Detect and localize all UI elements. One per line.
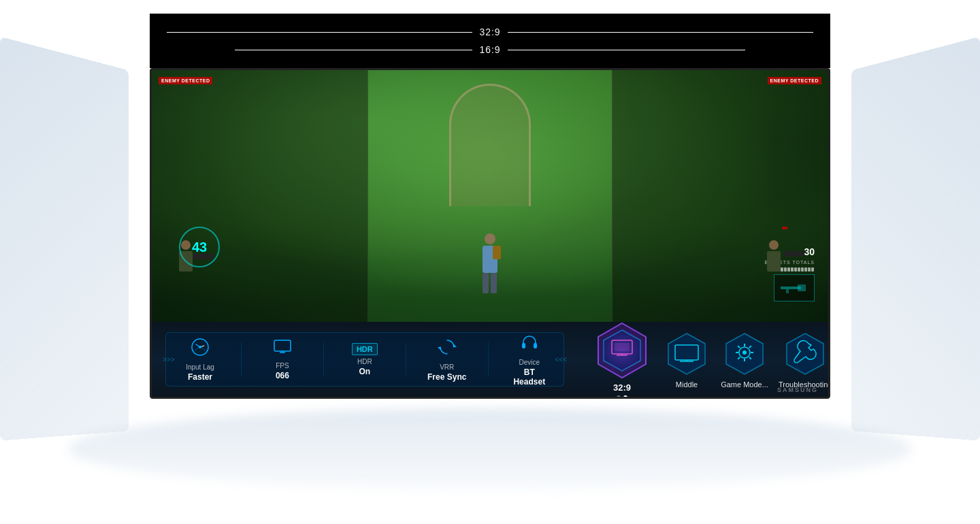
enemy-right — [760, 240, 787, 281]
tv-wrapper: 32:9 16:9 ENEMY DETECTED — [150, 14, 830, 399]
bullet-dot — [791, 267, 794, 272]
bullets-count: 30 — [804, 246, 815, 257]
hex-middle[interactable]: Middle — [663, 330, 710, 389]
hex-aspect-large — [591, 320, 653, 381]
svg-rect-10 — [522, 343, 525, 348]
hdr-badge: HDR — [352, 343, 378, 355]
ratio-labels-area: 32:9 16:9 — [150, 14, 830, 68]
game-hud-bar: Input Lag Faster FPS — [152, 322, 828, 397]
fps-value: 066 — [276, 371, 289, 380]
svg-rect-11 — [534, 343, 537, 348]
bullet-dot — [811, 267, 814, 272]
hex-game-mode-svg — [721, 330, 768, 378]
hud-top-right: ENEMY DETECTED — [768, 77, 821, 84]
screen-panel-right: ENEMY DETECTED 30 BULLETS TOTALS — [612, 70, 828, 322]
fps-number: 43 — [192, 240, 207, 255]
enemy-gun-right — [784, 251, 804, 257]
hex-troubleshooting[interactable]: Troubleshooting — [779, 330, 830, 389]
char-legs — [483, 273, 497, 293]
sep-1 — [241, 342, 242, 376]
svg-marker-18 — [668, 333, 705, 374]
line-right-16 — [508, 50, 745, 50]
hex-glow — [595, 323, 649, 378]
hdr-value: On — [359, 367, 370, 376]
enemy-detected-label-right: ENEMY DETECTED — [768, 77, 821, 84]
weapon-icon — [781, 281, 808, 295]
char-leg-left — [483, 273, 489, 293]
ratio-32-9-line: 32:9 — [167, 27, 813, 37]
svg-marker-8 — [454, 344, 457, 347]
bullet-dot — [798, 267, 800, 272]
ratio-32-9-label: 32:9 — [479, 27, 500, 37]
hex-dots — [617, 395, 627, 399]
hud-top-left: ENEMY DETECTED — [159, 77, 212, 84]
hex-middle-icon — [663, 330, 710, 378]
enemy-tag-right — [782, 227, 787, 229]
enemy-detected-label-left: ENEMY DETECTED — [159, 77, 212, 84]
sep-3 — [406, 342, 406, 376]
device-value: BT Headset — [509, 367, 550, 387]
ratio-16-9-label: 16:9 — [479, 44, 500, 55]
enemy-body-right — [767, 251, 781, 272]
svg-point-24 — [742, 350, 747, 355]
char-leg-right — [491, 273, 497, 293]
samsung-logo: SAMSUNG — [777, 387, 818, 393]
line-left-16 — [235, 50, 472, 50]
vrr-label: VRR — [440, 363, 454, 371]
char-body — [483, 246, 497, 273]
speedometer-icon — [191, 338, 210, 361]
enemy-silhouette-right — [760, 240, 787, 281]
svg-rect-1 — [798, 284, 806, 291]
char-backpack — [493, 246, 501, 259]
char-head — [485, 233, 495, 244]
line-left-32 — [167, 32, 472, 33]
svg-rect-2 — [786, 289, 789, 293]
headphone-icon — [520, 333, 539, 356]
hdr-label: HDR — [357, 358, 372, 365]
svg-rect-5 — [274, 340, 291, 351]
glass-panel-left — [0, 37, 129, 441]
info-panel: Input Lag Faster FPS — [165, 332, 564, 387]
monitor-icon — [273, 339, 292, 359]
enemy-head-right — [769, 240, 779, 250]
svg-marker-9 — [438, 347, 440, 350]
device-label: Device — [519, 359, 540, 366]
hex-middle-label: Middle — [676, 380, 698, 389]
fps-label: FPS — [276, 362, 289, 370]
sep-4 — [488, 342, 489, 376]
input-lag-value: Faster — [188, 372, 212, 382]
hex-aspect-ratio[interactable]: 32:9 — [591, 320, 653, 399]
tv-body: ENEMY DETECTED 43 — [150, 68, 830, 399]
bullet-dot — [808, 267, 811, 272]
scene-container: 32:9 16:9 ENEMY DETECTED — [0, 0, 980, 524]
hex-game-mode[interactable]: Game Mode... — [721, 330, 768, 389]
fps-circle: 43 — [179, 227, 220, 267]
svg-marker-33 — [787, 333, 823, 374]
sync-icon — [438, 338, 457, 361]
glass-panel-right — [851, 37, 980, 441]
glass-panel-bottom — [68, 408, 912, 490]
ratio-16-9-line: 16:9 — [235, 44, 745, 55]
hex-dot-1 — [617, 395, 621, 399]
vrr-value: Free Sync — [427, 372, 466, 382]
info-device[interactable]: Device BT Headset — [509, 333, 550, 387]
bullet-dot — [787, 267, 790, 272]
bullet-dot — [804, 267, 807, 272]
game-screen: ENEMY DETECTED 43 — [152, 70, 828, 322]
info-input-lag[interactable]: Input Lag Faster — [180, 338, 220, 382]
hex-aspect-label: 32:9 — [613, 382, 631, 393]
hex-troubleshooting-svg — [781, 330, 829, 378]
info-vrr[interactable]: VRR Free Sync — [427, 338, 468, 382]
info-fps[interactable]: FPS 066 — [262, 339, 303, 380]
info-hdr[interactable]: HDR HDR On — [344, 343, 385, 376]
bullet-dot — [794, 267, 797, 272]
arch-center — [449, 84, 531, 206]
line-right-32 — [508, 32, 813, 33]
hex-game-mode-icon — [721, 330, 768, 378]
screen-panel-left: ENEMY DETECTED 43 — [152, 70, 368, 322]
hex-troubleshooting-icon — [781, 330, 829, 378]
input-lag-label: Input Lag — [186, 363, 214, 371]
hex-game-mode-label: Game Mode... — [721, 380, 768, 389]
hex-dot-2 — [623, 395, 627, 399]
bullet-dot — [801, 267, 804, 272]
